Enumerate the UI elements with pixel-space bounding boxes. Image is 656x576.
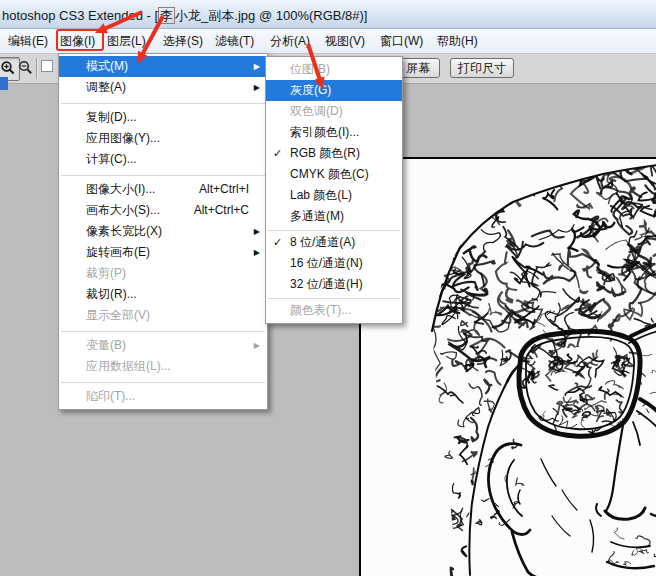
menu-item-label: 模式(M): [86, 59, 128, 73]
menu-item-label: 复制(D)...: [86, 110, 137, 124]
submenu-arrow-icon: ▶: [254, 242, 260, 263]
menu-separator: [59, 326, 267, 335]
image-menu-item[interactable]: ✓ 裁切(R)... ▶: [59, 284, 267, 305]
menu-item-shortcut: Alt+Ctrl+C: [194, 200, 249, 221]
submenu-arrow-icon: ▶: [254, 335, 260, 356]
mode-submenu-item[interactable]: ✓ 索引颜色(I)... ▶: [266, 122, 402, 143]
menu-item-label: 裁剪(P): [86, 266, 126, 280]
image-menu-dropdown: ✓ 模式(M) ▶ ✓ 调整(A) ▶ ✓ 复制(D)... ▶ ✓ 应用图像(…: [58, 53, 268, 410]
image-menu-item[interactable]: ✓ 模式(M) ▶: [59, 56, 267, 77]
menubar-item[interactable]: 帮助(H): [437, 29, 478, 53]
menu-item-label: 16 位/通道(N): [290, 256, 363, 270]
mode-submenu-item[interactable]: ✓ 多通道(M) ▶: [266, 206, 402, 227]
menu-separator: [59, 98, 267, 107]
mode-submenu-item[interactable]: ✓ 32 位/通道(H) ▶: [266, 274, 402, 295]
menu-item-label: 颜色表(T)...: [290, 303, 351, 317]
mode-submenu-item[interactable]: ✓ Lab 颜色(L) ▶: [266, 185, 402, 206]
image-menu-item[interactable]: ✓ 像素长宽比(X) ▶: [59, 221, 267, 242]
toolbox-selected-tool-fragment: [0, 77, 8, 90]
mode-submenu-item[interactable]: ✓ 灰度(G) ▶: [266, 80, 402, 101]
menu-item-label: CMYK 颜色(C): [290, 167, 369, 181]
mode-submenu: ✓ 位图(B) ▶ ✓ 灰度(G) ▶ ✓ 双色调(D) ▶ ✓ 索引颜色(I)…: [265, 56, 403, 324]
menubar-item[interactable]: 滤镜(T): [215, 29, 254, 53]
image-menu-item[interactable]: ✓ 调整(A) ▶: [59, 77, 267, 98]
image-menu-item[interactable]: ✓ 画布大小(S)... Alt+Ctrl+C ▶: [59, 200, 267, 221]
menu-item-label: Lab 颜色(L): [290, 188, 352, 202]
window-title-boxed-char: 李: [158, 7, 175, 24]
image-menu-item[interactable]: ✓ 旋转画布(E) ▶: [59, 242, 267, 263]
menu-item-label: 图像大小(I)...: [86, 182, 155, 196]
mode-submenu-item: ✓ 位图(B) ▶: [266, 59, 402, 80]
print-size-button[interactable]: 打印尺寸: [450, 58, 514, 78]
mode-submenu-item[interactable]: ✓ 8 位/通道(A) ▶: [266, 232, 402, 253]
menu-item-label: 变量(B): [86, 338, 126, 352]
image-menu-item: ✓ 显示全部(V) ▶: [59, 305, 267, 326]
resize-windows-checkbox[interactable]: [41, 60, 53, 72]
menu-separator: [59, 170, 267, 179]
window-title-prefix: hotoshop CS3 Extended - [: [2, 8, 158, 23]
menu-item-label: 双色调(D): [290, 104, 343, 118]
menu-item-label: 索引颜色(I)...: [290, 125, 359, 139]
menubar-item[interactable]: 视图(V): [325, 29, 365, 53]
window-title-suffix: 小龙_副本.jpg @ 100%(RGB/8#)]: [175, 8, 367, 23]
image-menu-item: ✓ 裁剪(P) ▶: [59, 263, 267, 284]
image-menu-item[interactable]: ✓ 复制(D)... ▶: [59, 107, 267, 128]
image-menu-item[interactable]: ✓ 计算(C)... ▶: [59, 149, 267, 170]
menu-item-label: 8 位/通道(A): [290, 235, 355, 249]
options-bar-separator: [36, 58, 38, 79]
window-title: hotoshop CS3 Extended - [李小龙_副本.jpg @ 10…: [2, 7, 367, 25]
zoom-out-magnifier-icon: [17, 59, 34, 76]
menu-item-shortcut: Alt+Ctrl+I: [199, 179, 249, 200]
menu-item-label: 裁切(R)...: [86, 287, 137, 301]
menu-item-label: 计算(C)...: [86, 152, 137, 166]
menubar-item[interactable]: 选择(S): [163, 29, 203, 53]
menubar-item[interactable]: 图像(I): [60, 29, 95, 53]
menu-item-label: 像素长宽比(X): [86, 224, 162, 238]
menubar-item[interactable]: 图层(L): [107, 29, 146, 53]
mode-submenu-item[interactable]: ✓ CMYK 颜色(C) ▶: [266, 164, 402, 185]
menu-item-label: 应用图像(Y)...: [86, 131, 160, 145]
menu-item-label: 位图(B): [290, 62, 330, 76]
menu-item-label: 32 位/通道(H): [290, 277, 363, 291]
menubar-item[interactable]: 编辑(E): [8, 29, 48, 53]
menu-item-label: 旋转画布(E): [86, 245, 150, 259]
menu-item-label: 显示全部(V): [86, 308, 150, 322]
photoshop-window: hotoshop CS3 Extended - [李小龙_副本.jpg @ 10…: [0, 0, 656, 576]
sketch-portrait-image: [361, 159, 656, 576]
menubar: 编辑(E)图像(I)图层(L)选择(S)滤镜(T)分析(A)视图(V)窗口(W)…: [0, 29, 656, 53]
menu-item-label: RGB 颜色(R): [290, 146, 360, 160]
checkmark-icon: ✓: [273, 232, 282, 253]
mode-submenu-item: ✓ 颜色表(T)... ▶: [266, 300, 402, 321]
titlebar: hotoshop CS3 Extended - [李小龙_副本.jpg @ 10…: [0, 0, 656, 29]
submenu-arrow-icon: ▶: [254, 56, 260, 77]
zoom-in-magnifier-icon: [0, 60, 16, 76]
checkmark-icon: ✓: [273, 143, 282, 164]
document-canvas[interactable]: [359, 157, 656, 576]
menu-item-label: 画布大小(S)...: [86, 203, 160, 217]
image-menu-item: ✓ 陷印(T)... ▶: [59, 386, 267, 407]
mode-submenu-item: ✓ 双色调(D) ▶: [266, 101, 402, 122]
zoom-out-tool-button[interactable]: [17, 59, 34, 76]
menubar-item[interactable]: 窗口(W): [380, 29, 423, 53]
menubar-item[interactable]: 分析(A): [270, 29, 310, 53]
image-menu-item[interactable]: ✓ 应用图像(Y)... ▶: [59, 128, 267, 149]
image-menu-item: ✓ 应用数据组(L)... ▶: [59, 356, 267, 377]
menu-item-label: 灰度(G): [290, 83, 331, 97]
menu-item-label: 调整(A): [86, 80, 126, 94]
menu-item-label: 多通道(M): [290, 209, 344, 223]
menu-item-label: 陷印(T)...: [86, 389, 135, 403]
submenu-arrow-icon: ▶: [254, 77, 260, 98]
submenu-arrow-icon: ▶: [254, 221, 260, 242]
image-menu-item[interactable]: ✓ 图像大小(I)... Alt+Ctrl+I ▶: [59, 179, 267, 200]
mode-submenu-item[interactable]: ✓ RGB 颜色(R) ▶: [266, 143, 402, 164]
image-menu-item: ✓ 变量(B) ▶: [59, 335, 267, 356]
mode-submenu-item[interactable]: ✓ 16 位/通道(N) ▶: [266, 253, 402, 274]
menu-separator: [59, 377, 267, 386]
menu-item-label: 应用数据组(L)...: [86, 359, 171, 373]
